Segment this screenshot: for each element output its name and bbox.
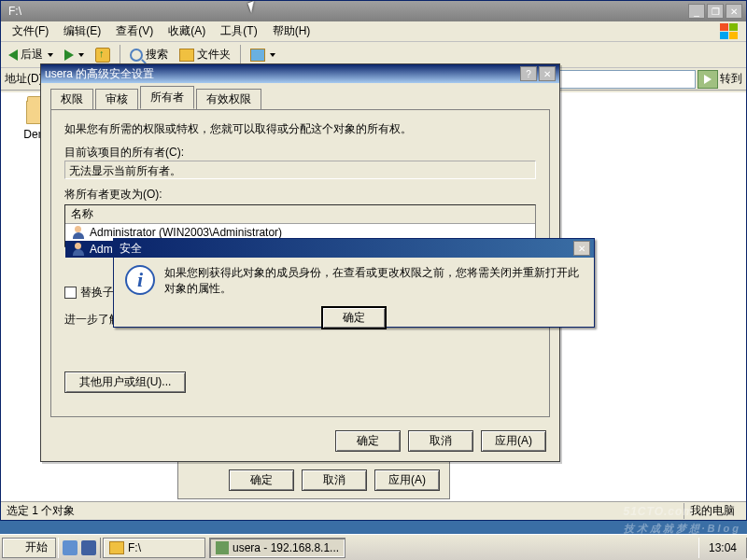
views-button[interactable]: [247, 47, 279, 63]
minimize-button[interactable]: _: [688, 4, 705, 19]
taskbar: 开始 F:\ usera - 192.168.8.1... 13:04: [0, 534, 747, 560]
owner-intro-text: 如果您有所需的权限或特权，您就可以取得或分配这个对象的所有权。: [64, 121, 536, 137]
quicklaunch-ie-icon[interactable]: [63, 540, 78, 555]
list-header-name[interactable]: 名称: [65, 205, 535, 224]
folder-up-icon: [95, 48, 110, 63]
search-icon: [130, 49, 143, 62]
folders-label: 文件夹: [197, 47, 231, 63]
search-button[interactable]: 搜索: [126, 45, 172, 64]
separator: [240, 45, 241, 65]
checkbox-icon: [64, 287, 77, 299]
list-item-label: Administrator (WIN2003\Administrator): [90, 226, 282, 239]
system-tray[interactable]: 13:04: [698, 538, 747, 558]
chevron-down-icon: [270, 53, 275, 57]
task-remote[interactable]: usera - 192.168.8.1...: [209, 538, 345, 558]
up-button[interactable]: [92, 46, 114, 64]
dialog-titlebar[interactable]: usera 的高级安全设置 ? ✕: [41, 64, 559, 83]
messagebox-title: 安全: [118, 241, 571, 257]
apply-button[interactable]: 应用(A): [481, 430, 546, 452]
separator: [120, 45, 120, 65]
user-icon: [71, 225, 86, 240]
start-label: 开始: [25, 539, 48, 555]
info-icon: i: [125, 265, 155, 295]
folders-button[interactable]: 文件夹: [176, 45, 234, 64]
folders-icon: [179, 49, 194, 62]
start-button[interactable]: 开始: [2, 538, 56, 558]
task-explorer[interactable]: F:\: [103, 538, 205, 558]
menu-bar: 文件(F) 编辑(E) 查看(V) 收藏(A) 工具(T) 帮助(H): [1, 21, 746, 42]
task-label: usera - 192.168.8.1...: [233, 541, 339, 554]
underlying-dialog-buttons: 确定 取消 应用(A): [177, 462, 450, 499]
messagebox-titlebar[interactable]: 安全 ✕: [114, 239, 594, 258]
tab-permissions[interactable]: 权限: [50, 89, 93, 110]
user-icon: [71, 242, 86, 257]
tab-effective[interactable]: 有效权限: [196, 89, 261, 110]
change-owner-label: 将所有者更改为(O):: [64, 187, 536, 203]
back-label: 后退: [21, 47, 43, 63]
menu-file[interactable]: 文件(F): [5, 21, 56, 41]
other-users-button[interactable]: 其他用户或组(U)...: [64, 371, 186, 393]
windows-flag-icon: [720, 23, 742, 42]
go-label: 转到: [720, 71, 742, 87]
remote-icon: [216, 541, 229, 554]
close-button[interactable]: ✕: [726, 4, 742, 19]
status-text: 选定 1 个对象: [7, 503, 75, 519]
close-button[interactable]: ✕: [539, 66, 556, 81]
current-owner-label: 目前该项目的所有者(C):: [64, 145, 536, 161]
forward-button[interactable]: [61, 48, 88, 63]
security-messagebox: 安全 ✕ i 如果您刚获得此对象的成员身份，在查看或更改权限之前，您将需关闭并重…: [113, 238, 595, 328]
explorer-titlebar[interactable]: F:\ _ ❐ ✕: [1, 1, 746, 21]
windows-flag-icon: [7, 540, 21, 555]
dialog-title: usera 的高级安全设置: [45, 66, 518, 82]
address-label: 地址(D): [5, 71, 43, 87]
learn-prefix: 进一步了解: [64, 313, 120, 326]
go-button[interactable]: [698, 70, 718, 89]
tab-auditing[interactable]: 审核: [95, 89, 138, 110]
status-bar: 选定 1 个对象 我的电脑: [1, 501, 746, 520]
quicklaunch-desktop-icon[interactable]: [81, 540, 96, 555]
menu-edit[interactable]: 编辑(E): [56, 21, 108, 41]
cancel-button[interactable]: 取消: [408, 430, 473, 452]
ok-button[interactable]: 确定: [321, 306, 387, 329]
back-button[interactable]: 后退: [5, 45, 57, 64]
chevron-down-icon: [48, 53, 53, 57]
apply-button[interactable]: 应用(A): [374, 469, 440, 491]
arrow-right-icon: [64, 49, 74, 61]
menu-view[interactable]: 查看(V): [108, 21, 161, 41]
close-button[interactable]: ✕: [573, 241, 590, 256]
folder-icon: [109, 541, 124, 554]
dialog-buttons: 确定 取消 应用(A): [335, 430, 546, 452]
clock: 13:04: [705, 541, 740, 554]
help-button[interactable]: ?: [520, 66, 537, 81]
tab-strip: 权限 审核 所有者 有效权限: [50, 89, 550, 109]
maximize-button[interactable]: ❐: [707, 4, 724, 19]
ok-button[interactable]: 确定: [229, 469, 294, 491]
chevron-down-icon: [78, 53, 84, 57]
explorer-title-text: F:\: [5, 5, 686, 18]
search-label: 搜索: [146, 47, 168, 63]
quick-launch: [58, 538, 101, 558]
ok-button[interactable]: 确定: [335, 430, 401, 452]
views-icon: [250, 49, 265, 62]
arrow-left-icon: [8, 49, 18, 61]
status-location: 我的电脑: [684, 503, 740, 519]
menu-help[interactable]: 帮助(H): [265, 21, 318, 41]
task-label: F:\: [128, 541, 141, 554]
menu-tools[interactable]: 工具(T): [213, 21, 264, 41]
tab-owner[interactable]: 所有者: [140, 86, 194, 109]
cancel-button[interactable]: 取消: [302, 469, 367, 491]
menu-favorites[interactable]: 收藏(A): [161, 21, 213, 41]
messagebox-text: 如果您刚获得此对象的成员身份，在查看或更改权限之前，您将需关闭并重新打开此对象的…: [164, 265, 583, 297]
current-owner-value: 无法显示当前所有者。: [64, 161, 536, 179]
